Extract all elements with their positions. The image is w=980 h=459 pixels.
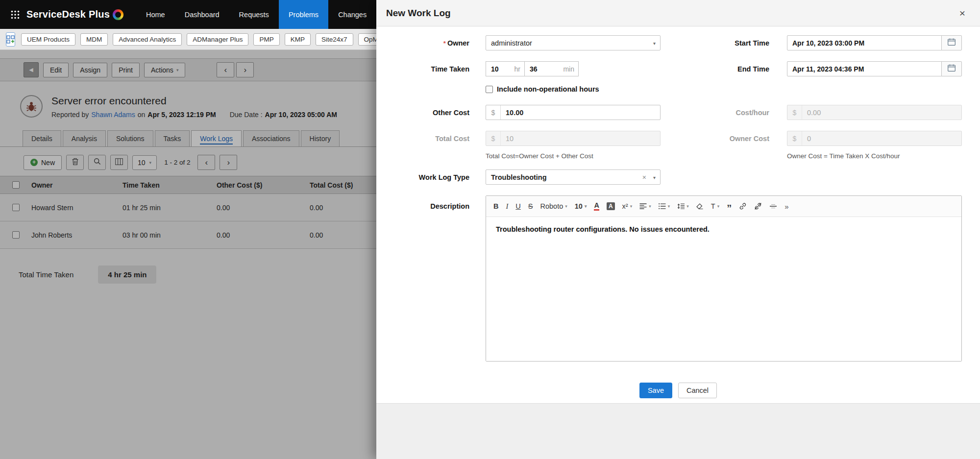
- assign-button[interactable]: Assign: [73, 63, 107, 77]
- actions-dropdown[interactable]: Actions ▾: [144, 63, 185, 77]
- next-page-button[interactable]: ›: [220, 155, 237, 170]
- description-input[interactable]: Troubleshooting router configurations. N…: [486, 217, 961, 361]
- more-tools-icon[interactable]: »: [784, 202, 788, 211]
- line-height-icon[interactable]: ▾: [677, 203, 689, 209]
- product-chip-advanced-analytics[interactable]: Advanced Analytics: [113, 33, 182, 46]
- previous-page-button[interactable]: ‹: [197, 155, 215, 170]
- select-all-checkbox[interactable]: [12, 181, 20, 189]
- row-checkbox[interactable]: [12, 231, 20, 239]
- cost-per-hour-label: Cost/hour: [661, 109, 769, 117]
- chevron-down-icon: ▾: [565, 204, 567, 209]
- edit-button[interactable]: Edit: [43, 63, 69, 77]
- cancel-button[interactable]: Cancel: [678, 383, 717, 398]
- format-paint-icon[interactable]: T▾: [711, 202, 719, 210]
- other-cost-label: Other Cost: [376, 109, 469, 117]
- owner-select[interactable]: administrator ▾: [486, 35, 661, 50]
- chevron-down-icon: ▾: [585, 204, 587, 209]
- product-chip-site24x7[interactable]: Site24x7: [316, 33, 353, 46]
- new-worklog-button[interactable]: + New: [24, 155, 62, 170]
- chevron-down-icon: ▾: [653, 174, 656, 180]
- start-time-input[interactable]: Apr 10, 2023 03:00 PM: [787, 35, 942, 50]
- list-icon[interactable]: ▾: [659, 203, 670, 209]
- strikethrough-icon[interactable]: S: [528, 202, 533, 210]
- cell-total-cost: 0.00: [310, 231, 376, 239]
- product-chip-kmp[interactable]: KMP: [285, 33, 311, 46]
- bold-icon[interactable]: B: [493, 202, 498, 210]
- product-chip-admanager[interactable]: ADManager Plus: [187, 33, 248, 46]
- reporter-link[interactable]: Shawn Adams: [91, 111, 135, 119]
- delete-button[interactable]: [66, 155, 84, 170]
- total-time-label: Total Time Taken: [19, 270, 74, 279]
- nav-problems[interactable]: Problems: [279, 0, 328, 29]
- nav-dashboard[interactable]: Dashboard: [175, 0, 229, 29]
- product-chip-pmp[interactable]: PMP: [253, 33, 279, 46]
- hours-input[interactable]: 10 hr: [486, 61, 525, 76]
- start-time-calendar-button[interactable]: [941, 35, 962, 50]
- back-button[interactable]: ◀: [24, 62, 39, 77]
- non-operational-checkbox[interactable]: [486, 86, 493, 93]
- currency-symbol: $: [787, 131, 802, 145]
- problem-detail-content: ◀ Edit Assign Print Actions ▾ ‹ ›: [0, 50, 376, 459]
- end-time-calendar-button[interactable]: [941, 61, 962, 76]
- underline-icon[interactable]: U: [515, 202, 520, 210]
- add-product-icon[interactable]: [6, 32, 15, 47]
- font-size-select[interactable]: 10 ▾: [575, 202, 587, 210]
- tab-details[interactable]: Details: [23, 130, 61, 146]
- search-button[interactable]: [88, 155, 106, 170]
- table-row[interactable]: Howard Stern 01 hr 25 min 0.00 0.00: [0, 194, 376, 221]
- table-row[interactable]: John Roberts 03 hr 00 min 0.00 0.00: [0, 221, 376, 249]
- text-color-icon[interactable]: A: [594, 202, 599, 211]
- product-chip-mdm[interactable]: MDM: [80, 33, 108, 46]
- font-family-select[interactable]: Roboto ▾: [540, 202, 567, 210]
- clear-selection-icon[interactable]: ×: [642, 173, 646, 181]
- minutes-input[interactable]: 36 min: [524, 61, 579, 76]
- close-icon[interactable]: ×: [959, 8, 965, 18]
- brand-logo[interactable]: ServiceDesk Plus: [26, 9, 123, 20]
- end-time-input[interactable]: Apr 11, 2023 04:36 PM: [787, 61, 942, 76]
- row-checkbox[interactable]: [12, 204, 20, 211]
- nav-changes[interactable]: Changes: [328, 0, 376, 29]
- app-grid-icon[interactable]: [11, 8, 20, 21]
- column-other-cost[interactable]: Other Cost ($): [217, 181, 310, 189]
- chevron-down-icon: ▾: [686, 204, 689, 209]
- italic-icon[interactable]: I: [506, 202, 508, 211]
- tab-analysis[interactable]: Analysis: [63, 130, 106, 146]
- required-asterisk: *: [443, 40, 446, 47]
- calendar-icon: [948, 38, 956, 48]
- column-chooser-button[interactable]: [110, 155, 128, 170]
- link-icon[interactable]: [739, 202, 747, 210]
- editor-toolbar: B I U S Roboto ▾ 10 ▾ A A: [486, 196, 961, 217]
- description-editor: B I U S Roboto ▾ 10 ▾ A A: [486, 195, 962, 362]
- owner-label: *Owner: [376, 39, 469, 47]
- cell-total-cost: 0.00: [310, 204, 376, 212]
- print-button[interactable]: Print: [112, 63, 140, 77]
- page-size-dropdown[interactable]: 10 ▾: [132, 155, 157, 170]
- align-icon[interactable]: ▾: [639, 203, 651, 209]
- next-record-button[interactable]: ›: [236, 62, 254, 77]
- cell-time-taken: 01 hr 25 min: [122, 204, 217, 212]
- nav-requests[interactable]: Requests: [229, 0, 279, 29]
- worklog-type-select[interactable]: Troubleshooting × ▾: [486, 169, 661, 185]
- problem-title-block: Server error encountered Reported by Sha…: [51, 95, 337, 119]
- column-time-taken[interactable]: Time Taken: [122, 181, 217, 189]
- clear-format-icon[interactable]: [696, 203, 704, 210]
- column-owner[interactable]: Owner: [31, 181, 122, 189]
- product-chip-uem[interactable]: UEM Products: [21, 33, 75, 46]
- tab-solutions[interactable]: Solutions: [107, 130, 153, 146]
- previous-record-button[interactable]: ‹: [217, 62, 234, 77]
- background-color-icon[interactable]: A: [607, 202, 615, 210]
- save-button[interactable]: Save: [639, 383, 672, 398]
- product-chip-opmanager[interactable]: OpManager: [358, 33, 377, 46]
- tab-work-logs[interactable]: Work Logs: [191, 130, 242, 146]
- tab-history[interactable]: History: [301, 130, 340, 146]
- other-cost-field[interactable]: $ 10.00: [486, 105, 661, 120]
- unlink-icon[interactable]: [754, 202, 762, 210]
- nav-home[interactable]: Home: [136, 0, 175, 29]
- column-total-cost[interactable]: Total Cost ($): [310, 181, 376, 189]
- horizontal-rule-icon[interactable]: [769, 204, 777, 209]
- tab-associations[interactable]: Associations: [243, 130, 299, 146]
- superscript-icon[interactable]: x²▾: [622, 202, 633, 210]
- quote-icon[interactable]: ”: [727, 206, 732, 210]
- currency-symbol: $: [486, 131, 501, 145]
- tab-tasks[interactable]: Tasks: [155, 130, 190, 146]
